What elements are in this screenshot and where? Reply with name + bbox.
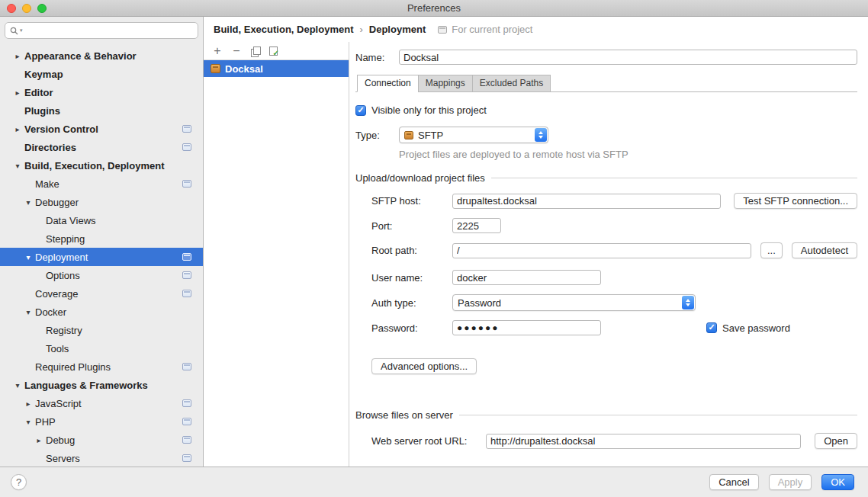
- sidebar-item-build-execution-deployment[interactable]: ▾Build, Execution, Deployment: [0, 156, 203, 175]
- search-input[interactable]: [26, 25, 193, 36]
- tab-excluded-paths[interactable]: Excluded Paths: [472, 75, 551, 92]
- test-sftp-connection-button[interactable]: Test SFTP connection...: [734, 193, 857, 209]
- user-name-input[interactable]: [452, 270, 601, 285]
- sidebar-item-data-views[interactable]: Data Views: [0, 211, 203, 229]
- use-as-default-button[interactable]: [269, 46, 278, 56]
- search-area: ▾: [0, 17, 203, 43]
- chevron-down-icon[interactable]: ▾: [21, 308, 35, 316]
- sidebar-item-debug[interactable]: ▸Debug: [0, 431, 203, 449]
- type-select[interactable]: SFTP: [399, 127, 548, 143]
- add-server-button[interactable]: [212, 46, 223, 56]
- type-hint: Project files are deployed to a remote h…: [399, 149, 857, 160]
- open-button[interactable]: Open: [815, 433, 857, 449]
- root-path-row: Root path: ... Autodetect: [371, 242, 857, 258]
- per-project-settings-icon: [182, 143, 191, 151]
- close-button[interactable]: [7, 4, 16, 13]
- sidebar-item-required-plugins[interactable]: Required Plugins: [0, 358, 203, 376]
- sidebar-item-label: Build, Execution, Deployment: [24, 160, 164, 172]
- sidebar-item-make[interactable]: Make: [0, 175, 203, 193]
- chevron-down-icon[interactable]: ▾: [21, 198, 35, 207]
- sidebar-item-deployment[interactable]: ▾Deployment: [0, 248, 203, 266]
- chevron-right-icon[interactable]: ▸: [32, 436, 46, 444]
- sidebar-item-plugins[interactable]: Plugins: [0, 101, 203, 120]
- chevron-down-icon[interactable]: ▾: [21, 253, 35, 261]
- sidebar-item-label: Plugins: [24, 105, 60, 117]
- tab-mappings[interactable]: Mappings: [418, 75, 473, 92]
- sidebar-item-debugger[interactable]: ▾Debugger: [0, 193, 203, 211]
- copy-server-button[interactable]: [250, 46, 261, 56]
- sidebar-item-label: PHP: [35, 416, 56, 428]
- chevron-down-icon[interactable]: ▾: [11, 162, 24, 170]
- name-label: Name:: [355, 52, 399, 63]
- server-list-panel: Docksal: [204, 42, 349, 467]
- dropdown-stepper-icon: [682, 296, 694, 309]
- browse-root-path-button[interactable]: ...: [760, 242, 783, 258]
- visible-only-row: Visible only for this project: [355, 104, 857, 116]
- autodetect-button[interactable]: Autodetect: [792, 242, 857, 258]
- visible-only-checkbox[interactable]: [355, 105, 366, 116]
- per-project-settings-icon: [182, 363, 191, 370]
- per-project-settings-icon: [182, 253, 191, 261]
- chevron-right-icon[interactable]: ▸: [11, 88, 24, 97]
- chevron-down-icon[interactable]: ▾: [11, 381, 24, 390]
- port-input[interactable]: [452, 218, 501, 233]
- breadcrumb-item-build-execution-deployment[interactable]: Build, Execution, Deployment: [214, 24, 353, 35]
- ok-button[interactable]: OK: [821, 474, 854, 490]
- sidebar-item-label: Debugger: [35, 197, 79, 208]
- sidebar-item-appearance-behavior[interactable]: ▸Appearance & Behavior: [0, 46, 203, 65]
- sidebar-item-registry[interactable]: Registry: [0, 321, 203, 339]
- save-password-row: Save password: [706, 322, 790, 334]
- sidebar-item-php[interactable]: ▾PHP: [0, 412, 203, 431]
- sidebar-item-label: Appearance & Behavior: [24, 50, 137, 62]
- sidebar-item-keymap[interactable]: Keymap: [0, 65, 203, 83]
- sidebar-item-version-control[interactable]: ▸Version Control: [0, 120, 203, 138]
- server-list-toolbar: [204, 42, 349, 60]
- sidebar-item-label: Editor: [24, 87, 53, 98]
- help-button[interactable]: ?: [11, 474, 27, 490]
- sidebar-item-languages-frameworks[interactable]: ▾Languages & Frameworks: [0, 376, 203, 394]
- root-path-input[interactable]: [452, 243, 751, 258]
- apply-button[interactable]: Apply: [769, 474, 812, 490]
- advanced-options-button[interactable]: Advanced options...: [371, 358, 477, 374]
- sidebar-item-tools[interactable]: Tools: [0, 339, 203, 358]
- sidebar-item-docker[interactable]: ▾Docker: [0, 303, 203, 321]
- web-root-input[interactable]: [486, 434, 801, 449]
- sftp-host-input[interactable]: [452, 194, 721, 209]
- search-field[interactable]: ▾: [5, 22, 198, 39]
- minimize-button[interactable]: [22, 4, 31, 13]
- chevron-right-icon[interactable]: ▸: [11, 125, 24, 133]
- tab-connection[interactable]: Connection: [357, 75, 419, 92]
- server-list-item-docksal[interactable]: Docksal: [204, 60, 349, 77]
- sidebar-item-editor[interactable]: ▸Editor: [0, 83, 203, 101]
- sidebar-item-coverage[interactable]: Coverage: [0, 284, 203, 303]
- deployment-form: Name: Connection Mappings Excluded Paths…: [349, 42, 868, 467]
- auth-type-label: Auth type:: [371, 297, 452, 309]
- sidebar-item-stepping[interactable]: Stepping: [0, 229, 203, 248]
- per-project-settings-icon: [182, 180, 191, 188]
- sidebar-item-label: Debug: [46, 434, 75, 446]
- sidebar-item-label: Tools: [46, 343, 69, 354]
- sidebar-item-directories[interactable]: Directories: [0, 138, 203, 156]
- auth-type-select[interactable]: Password: [452, 294, 696, 311]
- password-row: Password: Save password: [371, 320, 857, 335]
- zoom-button[interactable]: [37, 4, 47, 13]
- remove-server-button[interactable]: [231, 46, 242, 56]
- save-password-checkbox[interactable]: [706, 322, 717, 333]
- chevron-down-icon[interactable]: ▾: [21, 418, 35, 426]
- titlebar: Preferences: [0, 0, 868, 17]
- cancel-button[interactable]: Cancel: [709, 474, 758, 490]
- chevron-right-icon[interactable]: ▸: [21, 399, 35, 408]
- sidebar-item-servers[interactable]: Servers: [0, 449, 203, 467]
- upload-section-label: Upload/download project files: [355, 172, 485, 184]
- name-input[interactable]: [399, 50, 857, 65]
- for-current-project-icon: [438, 26, 447, 34]
- footer-bar: ? Cancel Apply OK: [0, 467, 868, 497]
- search-options-chevron-icon[interactable]: ▾: [20, 27, 23, 34]
- sidebar-item-javascript[interactable]: ▸JavaScript: [0, 394, 203, 412]
- sidebar-item-options[interactable]: Options: [0, 266, 203, 284]
- password-input[interactable]: [452, 320, 601, 335]
- chevron-right-icon[interactable]: ▸: [11, 52, 24, 60]
- breadcrumb-item-deployment[interactable]: Deployment: [369, 24, 426, 35]
- per-project-settings-icon: [182, 399, 191, 407]
- sidebar-item-label: Options: [46, 270, 80, 281]
